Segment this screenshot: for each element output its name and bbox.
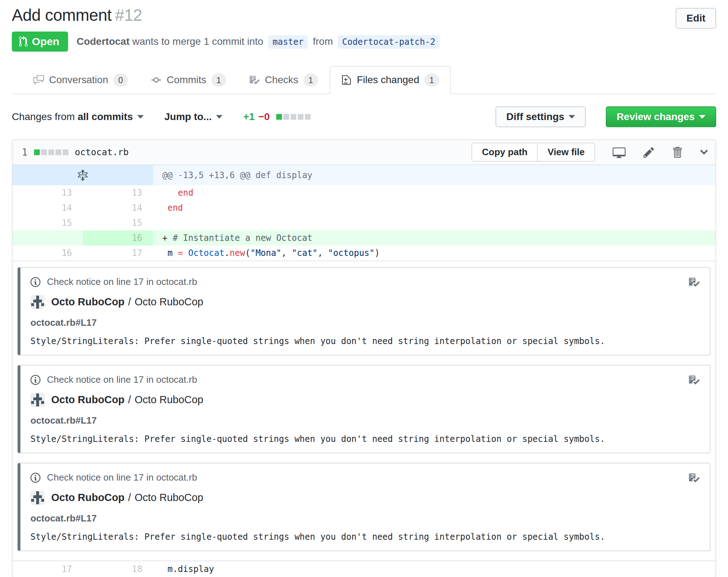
check-notice-card: Check notice on line 17 in octocat.rb Oc… [18, 365, 710, 453]
diffstat-blocks [275, 114, 311, 120]
tab-conversation[interactable]: Conversation 0 [22, 66, 139, 94]
pr-header: Add comment#12 Edit [12, 5, 716, 26]
new-line-number[interactable]: 16 [83, 230, 153, 245]
new-line-number[interactable]: 17 [83, 245, 153, 261]
merge-sentence: Codertocat wants to merge 1 commit into … [77, 36, 442, 47]
old-line-number[interactable]: 14 [13, 200, 83, 215]
changes-from-label: Changes from [12, 111, 75, 123]
old-line-number[interactable]: 17 [13, 561, 83, 577]
check-annotations-area: Check notice on line 17 in octocat.rb Oc… [13, 261, 715, 551]
tab-files-changed[interactable]: Files changed 1 [330, 66, 451, 94]
new-line-number[interactable]: 15 [83, 215, 153, 230]
check-notice-header: Check notice on line 17 in octocat.rb [30, 472, 700, 483]
tab-label: Commits [167, 74, 206, 86]
octo-rubocop-avatar [30, 491, 45, 505]
check-notice-title: Check notice on line 17 in octocat.rb [47, 472, 197, 483]
changes-from-dropdown[interactable]: Changes from all commits [12, 111, 144, 123]
changes-from-value: all commits [78, 111, 133, 123]
file-diff-card: 1 octocat.rb Copy path View file @@ -13,… [12, 139, 716, 577]
device-desktop-icon [613, 146, 626, 159]
collapse-file-button[interactable] [700, 146, 708, 158]
tab-label: Checks [265, 74, 298, 86]
diff-row: 17 18 m.display [13, 561, 715, 577]
additions-count: +1 [243, 111, 255, 123]
tab-checks[interactable]: Checks 1 [238, 66, 330, 94]
hunk-header-text: @@ -13,5 +13,6 @@ def display [153, 165, 715, 185]
check-context-name: Octo RuboCop [135, 492, 203, 504]
review-changes-button[interactable]: Review changes [606, 106, 716, 127]
tab-label: Conversation [49, 74, 108, 86]
check-app-separator: / [128, 394, 131, 406]
check-message: Style/StringLiterals: Prefer single-quot… [30, 532, 700, 542]
unfold-icon [77, 170, 88, 181]
diffbar-actions: Diff settings Review changes [495, 106, 716, 127]
checklist-icon [688, 276, 700, 288]
check-app-separator: / [128, 296, 131, 308]
checklist-icon [688, 472, 700, 483]
delete-file-button[interactable] [672, 146, 682, 158]
check-app-name[interactable]: Octo RuboCop [51, 394, 125, 406]
pr-title-text: Add comment [12, 6, 111, 24]
old-line-number[interactable]: 13 [13, 185, 83, 200]
code-line: end [153, 185, 715, 200]
check-context-name: Octo RuboCop [135, 394, 203, 406]
comment-discussion-icon [33, 75, 44, 85]
diff-row: 15 15 [13, 215, 715, 230]
code-line: end [153, 200, 715, 215]
pr-number: #12 [115, 6, 142, 24]
old-line-number[interactable] [13, 230, 83, 245]
old-line-number[interactable]: 15 [13, 215, 83, 230]
diff-row: 14 14 end [13, 200, 715, 215]
tab-counter: 1 [303, 73, 318, 87]
info-icon [30, 276, 40, 288]
diff-settings-label: Diff settings [506, 111, 564, 123]
diff-settings-button[interactable]: Diff settings [495, 106, 586, 127]
check-app-row: Octo RuboCop / Octo RuboCop [30, 295, 700, 309]
jump-to-label: Jump to... [164, 111, 212, 123]
plus-avatar-icon [30, 393, 45, 407]
file-actions: Copy path View file [471, 143, 708, 162]
check-notice-header: Check notice on line 17 in octocat.rb [30, 276, 700, 288]
edit-file-button[interactable] [643, 146, 655, 158]
expand-hunk-button[interactable] [13, 165, 153, 185]
info-icon [30, 374, 40, 386]
deletions-count: −0 [258, 111, 270, 123]
state-label: Open [32, 35, 59, 48]
check-app-separator: / [128, 492, 131, 504]
new-line-number[interactable]: 13 [83, 185, 153, 200]
new-line-number[interactable]: 18 [83, 561, 153, 577]
check-notice-title: Check notice on line 17 in octocat.rb [47, 276, 197, 287]
merge-text: wants to merge 1 commit into [132, 36, 263, 47]
copy-path-button[interactable]: Copy path [471, 143, 538, 162]
head-branch-label: Codertocat-patch-2 [338, 35, 440, 49]
check-notice-card: Check notice on line 17 in octocat.rb Oc… [18, 463, 710, 551]
file-name-link[interactable]: octocat.rb [75, 147, 129, 157]
check-notice-title: Check notice on line 17 in octocat.rb [47, 374, 197, 385]
tab-commits[interactable]: Commits 1 [139, 66, 238, 94]
check-location: octocat.rb#L17 [30, 317, 700, 328]
jump-to-dropdown[interactable]: Jump to... [164, 111, 222, 123]
pr-files-page: Add comment#12 Edit Open Codertocat want… [0, 0, 728, 577]
info-icon [30, 472, 40, 483]
file-header: 1 octocat.rb Copy path View file [13, 140, 715, 165]
code-line [153, 215, 715, 230]
edit-button[interactable]: Edit [676, 8, 716, 29]
view-file-button[interactable]: View file [537, 143, 595, 162]
page-title: Add comment#12 [12, 5, 716, 26]
new-line-number[interactable]: 14 [83, 200, 153, 215]
rich-diff-button[interactable] [613, 146, 626, 159]
old-line-number[interactable]: 16 [13, 245, 83, 261]
check-location: octocat.rb#L17 [30, 415, 700, 426]
chevron-down-icon [700, 146, 708, 158]
check-location: octocat.rb#L17 [30, 513, 700, 524]
code-line: m = Octocat.new("Mona", "cat", "octopus"… [153, 245, 715, 261]
caret-down-icon [137, 115, 144, 119]
check-app-name[interactable]: Octo RuboCop [51, 296, 125, 308]
check-app-name[interactable]: Octo RuboCop [51, 492, 125, 504]
author-link[interactable]: Codertocat [77, 36, 130, 47]
check-notice-header: Check notice on line 17 in octocat.rb [30, 374, 700, 386]
diff-row: 16 17 m = Octocat.new("Mona", "cat", "oc… [13, 245, 715, 261]
review-changes-label: Review changes [617, 111, 695, 123]
code-line: + # Instantiate a new Octocat [153, 230, 715, 245]
check-notice-card: Check notice on line 17 in octocat.rb Oc… [18, 267, 710, 356]
